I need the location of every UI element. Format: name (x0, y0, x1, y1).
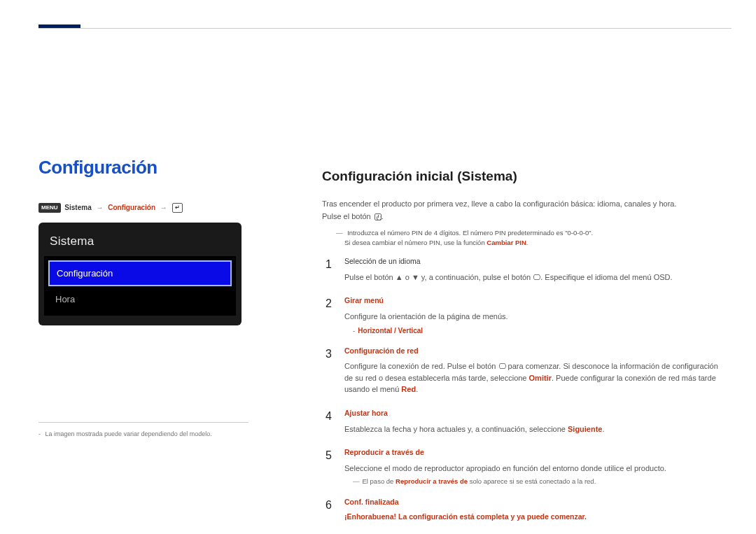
menu-glyph: MENU (38, 203, 61, 213)
step-row: 4Ajustar horaEstablezca la fecha y hora … (322, 408, 728, 437)
breadcrumb-arrow-1: → (96, 204, 103, 211)
step-row: 2Girar menúConfigure la orientación de l… (322, 295, 728, 335)
step-heading: Reproducir a través de (344, 447, 728, 458)
caption-rule (38, 422, 248, 423)
step-body: Ajustar horaEstablezca la fecha y hora a… (344, 408, 728, 437)
step-heading: Conf. finalizada (344, 497, 728, 508)
step-row: 6Conf. finalizada¡Enhorabuena! La config… (322, 497, 728, 524)
pin-note1: Introduzca el número PIN de 4 dígitos. E… (347, 229, 593, 237)
step-body: Reproducir a través deSeleccione el modo… (344, 447, 728, 487)
panel-title: Sistema (44, 230, 236, 256)
menu-item-configuracion[interactable]: Configuración (48, 260, 232, 287)
breadcrumb: MENU Sistema → Configuración → ↵ (38, 202, 270, 213)
step-body: Conf. finalizada¡Enhorabuena! La configu… (344, 497, 728, 524)
image-caption: - La imagen mostrada puede variar depend… (38, 430, 212, 440)
pin-note2-red: Cambiar PIN (486, 239, 526, 246)
step-text: Pulse el botón ▲ o ▼ y, a continuación, … (344, 272, 728, 283)
intro-line1: Tras encender el producto por primera ve… (322, 198, 728, 210)
step-heading: Girar menú (344, 295, 728, 307)
caption-dash: - (38, 430, 41, 437)
panel-body: Configuración Hora (44, 256, 236, 316)
pin-note-block: ― Introduzca el número PIN de 4 dígitos.… (336, 228, 728, 248)
right-column: Configuración inicial (Sistema) Tras enc… (322, 167, 728, 533)
step-text: Seleccione el modo de reproductor apropi… (344, 463, 728, 475)
intro-line2-text: Pulse el botón (322, 212, 371, 220)
pin-note2: Si desea cambiar el número PIN, use la f… (344, 239, 528, 246)
step-body: Configuración de redConfigure la conexió… (344, 346, 728, 398)
step-text: Configure la conexión de red. Pulse el b… (344, 360, 728, 395)
step-sub-note: ―El paso de Reproducir a través de solo … (353, 477, 728, 486)
intro-line2: Pulse el botón . (322, 211, 728, 223)
step-heading: Ajustar hora (344, 408, 728, 419)
power-icon (374, 213, 382, 220)
breadcrumb-config: Configuración (108, 204, 155, 211)
breadcrumb-arrow-2: → (160, 204, 167, 211)
step-row: 1Selección de un idiomaPulse el botón ▲ … (322, 256, 728, 286)
step-row: 5Reproducir a través deSeleccione el mod… (322, 447, 728, 487)
steps-list: 1Selección de un idiomaPulse el botón ▲ … (322, 256, 728, 523)
enter-glyph: ↵ (172, 203, 183, 213)
menu-item-hora[interactable]: Hora (48, 288, 232, 311)
step-number: 1 (322, 256, 332, 286)
breadcrumb-system: Sistema (64, 204, 91, 211)
step-number: 2 (322, 295, 332, 335)
system-panel: Sistema Configuración Hora (38, 223, 241, 325)
step-text: Configure la orientación de la página de… (344, 311, 728, 323)
step-sub-bullet: -Horizontal / Vertical (353, 325, 728, 336)
bullet-icon: ― (336, 229, 343, 237)
header-rule (38, 28, 732, 29)
step-number: 4 (322, 408, 332, 437)
step-heading: Configuración de red (344, 346, 728, 357)
step-body: Selección de un idiomaPulse el botón ▲ o… (344, 256, 728, 286)
step-heading: Selección de un idioma (344, 256, 728, 267)
right-title: Configuración inicial (Sistema) (322, 167, 728, 187)
step-row: 3Configuración de redConfigure la conexi… (322, 346, 728, 398)
step-text: Establezca la fecha y hora actuales y, a… (344, 423, 728, 435)
step-number: 3 (322, 346, 332, 398)
step-final-text: ¡Enhorabuena! La configuración está comp… (344, 512, 728, 523)
page-title: Configuración (38, 154, 270, 181)
left-column: Configuración MENU Sistema → Configuraci… (38, 154, 270, 325)
step-number: 6 (322, 497, 332, 524)
step-number: 5 (322, 447, 332, 487)
step-body: Girar menúConfigure la orientación de la… (344, 295, 728, 335)
caption-text: La imagen mostrada puede variar dependie… (46, 430, 212, 437)
